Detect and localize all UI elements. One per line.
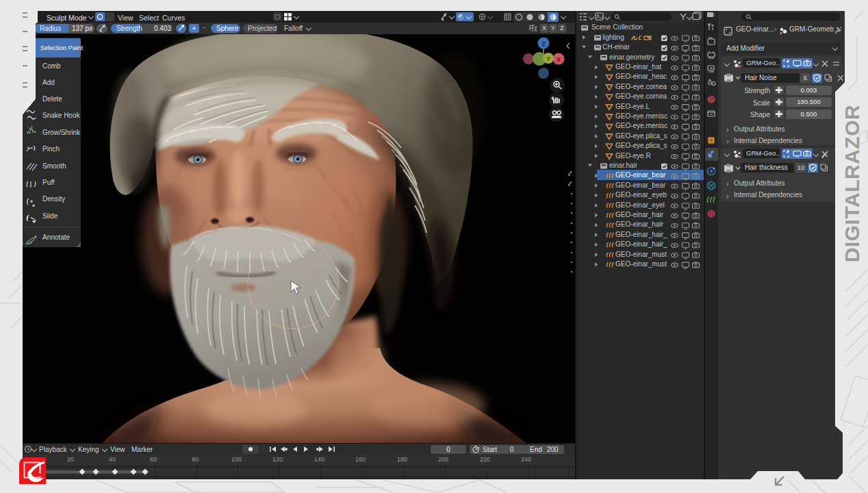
svg-text:X: X [557,56,561,63]
svg-text:Z: Z [541,40,546,47]
svg-text:Y: Y [546,55,550,62]
